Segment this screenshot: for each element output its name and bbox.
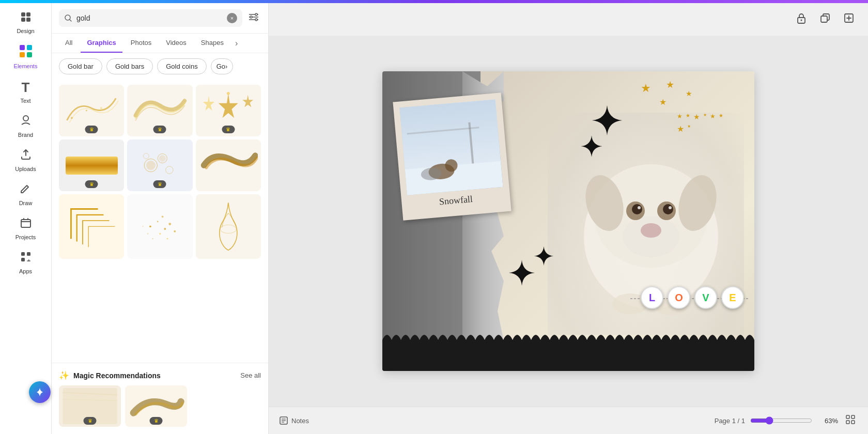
grid-item-7[interactable] <box>59 194 124 259</box>
magic-icon: ✨ <box>59 370 69 380</box>
sidebar-item-apps[interactable]: Apps <box>3 246 49 278</box>
notes-button[interactable]: Notes <box>279 416 309 425</box>
sidebar-item-text[interactable]: T Text <box>3 75 49 108</box>
sidebar-item-brand[interactable]: Brand <box>3 110 49 142</box>
brand-icon <box>20 114 32 130</box>
love-letters: L O V E <box>641 286 744 309</box>
svg-point-40 <box>164 228 166 230</box>
grid-item-5[interactable]: ♛ <box>127 140 192 191</box>
magic-item-1[interactable]: ♛ <box>59 385 121 427</box>
grid-item-8[interactable] <box>127 194 192 259</box>
grid-item-1[interactable]: ♛ <box>59 85 124 136</box>
add-page-button[interactable] <box>840 9 858 29</box>
grid-item-2[interactable]: ♛ <box>127 85 192 136</box>
stars-decoration-4: ★ <box>659 97 667 107</box>
lock-button[interactable] <box>793 9 810 29</box>
svg-point-72 <box>632 204 642 214</box>
search-clear-button[interactable]: × <box>227 13 237 23</box>
sidebar-item-uploads-label: Uploads <box>15 166 36 172</box>
sidebar: Design Elements T Text <box>0 3 52 434</box>
chip-gold-coins[interactable]: Gold coins <box>157 58 206 74</box>
svg-point-54 <box>801 20 802 21</box>
fit-screen-button[interactable] <box>843 412 858 429</box>
stars-decoration: ★ <box>641 82 651 95</box>
crown-badge-5: ♛ <box>153 180 166 188</box>
svg-point-31 <box>227 92 230 95</box>
canvas-wrapper: ★ ★ ★ ★ ★ ★ ★ ★ ★ ★ ★ ★ <box>269 36 868 407</box>
filter-button[interactable] <box>246 10 261 27</box>
sidebar-item-draw[interactable]: Draw <box>3 178 49 210</box>
tab-all[interactable]: All <box>59 34 79 53</box>
svg-point-25 <box>71 117 73 119</box>
svg-point-74 <box>638 206 641 209</box>
search-input-wrapper[interactable]: × <box>59 9 242 27</box>
tab-photos[interactable]: Photos <box>125 34 158 53</box>
page-info: Page 1 / 1 <box>715 417 745 425</box>
sidebar-item-projects-label: Projects <box>16 234 36 240</box>
tab-shapes[interactable]: Shapes <box>195 34 230 53</box>
svg-point-75 <box>669 206 672 209</box>
svg-point-69 <box>641 223 661 238</box>
letter-L: L <box>641 286 663 309</box>
svg-rect-0 <box>21 12 25 17</box>
status-bar: Notes Page 1 / 1 63% <box>269 407 868 434</box>
grid-item-6[interactable] <box>196 140 261 191</box>
elements-icon <box>19 44 33 61</box>
svg-point-45 <box>174 230 176 233</box>
search-panel: × All Graphics Photos <box>52 3 269 434</box>
letter-O: O <box>668 286 690 309</box>
crown-badge-2: ♛ <box>153 126 166 133</box>
zoom-control: Page 1 / 1 63% <box>715 412 858 429</box>
svg-point-41 <box>147 234 148 235</box>
grid-item-4[interactable]: ♛ <box>59 140 124 191</box>
see-all-button[interactable]: See all <box>240 371 261 379</box>
search-bar: × <box>52 3 268 34</box>
sidebar-item-projects[interactable]: Projects <box>3 212 49 244</box>
magic-recommendations: ✨ Magic Recommendations See all ♛ <box>52 363 268 434</box>
magic-assist-button[interactable] <box>29 381 51 403</box>
svg-point-35 <box>159 155 166 162</box>
svg-marker-28 <box>219 94 238 118</box>
chip-more[interactable]: Go› <box>211 58 234 74</box>
zoom-slider[interactable] <box>750 416 812 425</box>
grid-item-3[interactable]: ♛ <box>196 85 261 136</box>
magic-title-label: Magic Recommendations <box>73 371 161 380</box>
stars-decoration-3: ★ <box>686 89 692 98</box>
main-canvas[interactable]: ★ ★ ★ ★ ★ ★ ★ ★ ★ ★ ★ ★ <box>382 71 754 371</box>
draw-icon <box>20 182 32 198</box>
chip-gold-bar[interactable]: Gold bar <box>59 58 102 74</box>
copy-frame-button[interactable] <box>816 9 834 29</box>
sidebar-item-uploads[interactable]: Uploads <box>3 144 49 176</box>
sidebar-item-draw-label: Draw <box>19 200 33 206</box>
svg-rect-86 <box>851 415 855 419</box>
search-input[interactable] <box>76 14 223 22</box>
magic-item-2[interactable]: ♛ <box>125 385 187 427</box>
polaroid-image <box>399 99 503 195</box>
svg-point-73 <box>663 204 673 214</box>
crown-badge-4: ♛ <box>85 180 98 188</box>
crown-badge-3: ♛ <box>222 126 235 133</box>
filter-chips: Gold bar Gold bars Gold coins Go› <box>52 53 268 80</box>
crown-badge-mr2: ♛ <box>150 417 163 425</box>
graphics-grid: ♛ ♛ ♛ <box>52 80 268 363</box>
tab-videos[interactable]: Videos <box>160 34 193 53</box>
svg-rect-55 <box>821 16 827 22</box>
chip-gold-bars[interactable]: Gold bars <box>106 58 153 74</box>
svg-point-16 <box>250 16 252 18</box>
sidebar-item-elements[interactable]: Elements <box>3 40 49 73</box>
sparkle-bottom-left-2 <box>532 244 555 268</box>
letter-E: E <box>721 286 744 309</box>
canvas-area: ★ ★ ★ ★ ★ ★ ★ ★ ★ ★ ★ ★ <box>269 3 868 434</box>
svg-point-26 <box>86 110 87 112</box>
sidebar-item-design[interactable]: Design <box>3 7 49 38</box>
sidebar-item-text-label: Text <box>20 98 30 104</box>
letter-V: V <box>694 286 717 309</box>
projects-icon <box>20 216 32 232</box>
tabs-more-button[interactable]: › <box>232 36 241 51</box>
lace-border <box>382 340 754 371</box>
stars-decoration-2: ★ <box>666 79 674 90</box>
grid-item-9[interactable] <box>196 194 261 259</box>
svg-rect-87 <box>846 421 849 424</box>
svg-point-17 <box>255 13 257 16</box>
tab-graphics[interactable]: Graphics <box>81 34 122 53</box>
